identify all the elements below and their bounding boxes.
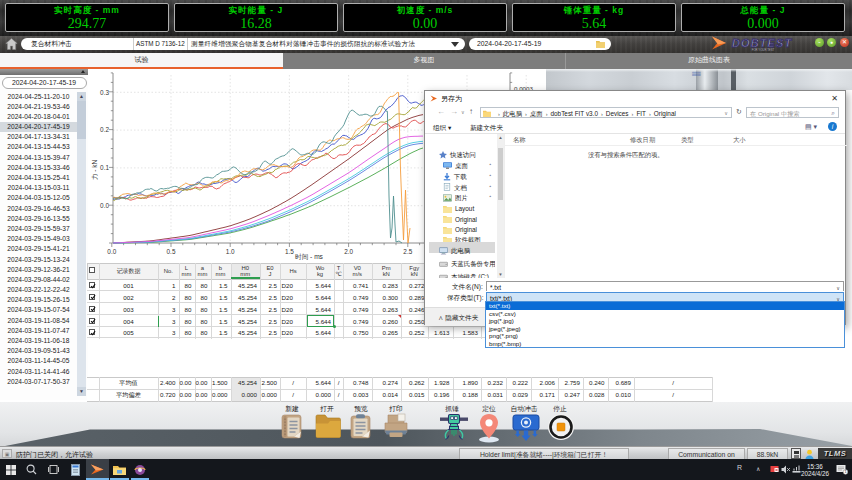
svg-text:0.0: 0.0 <box>100 202 109 209</box>
svg-text:0.2: 0.2 <box>100 126 109 133</box>
svg-text:2.5: 2.5 <box>403 248 412 255</box>
svg-text:1: 1 <box>844 470 846 474</box>
svg-text:0.3: 0.3 <box>100 89 109 96</box>
svg-text:力 - kN: 力 - kN <box>91 160 98 181</box>
svg-text:2.0: 2.0 <box>344 248 353 255</box>
svg-text:时间 - ms: 时间 - ms <box>295 253 324 261</box>
svg-text:0.0: 0.0 <box>107 248 116 255</box>
svg-text:0.5: 0.5 <box>167 248 176 255</box>
svg-text:1.0: 1.0 <box>226 248 235 255</box>
svg-text:FOR YOUR TEST: FOR YOUR TEST <box>752 48 775 52</box>
svg-text:0.1: 0.1 <box>100 164 109 171</box>
svg-text:1.5: 1.5 <box>285 248 294 255</box>
